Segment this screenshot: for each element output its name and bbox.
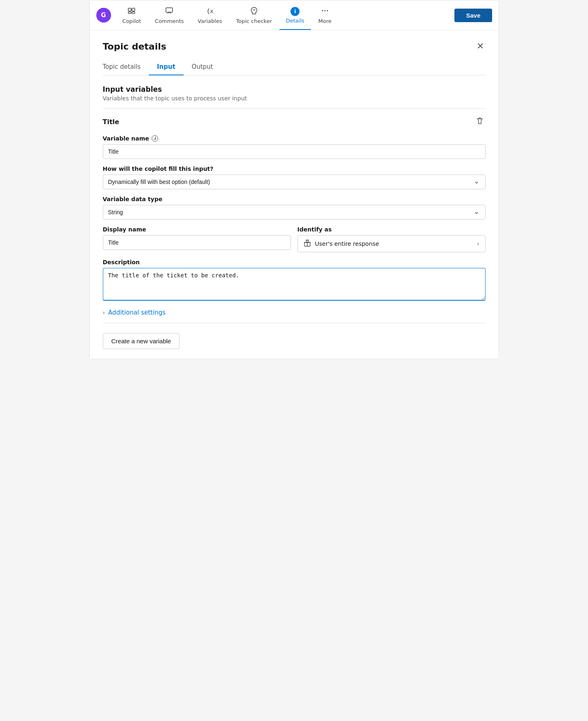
details-icon: i (291, 7, 300, 16)
data-type-select[interactable]: String (103, 205, 486, 220)
display-name-label: Display name (103, 226, 291, 233)
additional-settings-label: Additional settings (108, 309, 166, 316)
nav-items: Copilot Comments {x} V (116, 4, 453, 27)
svg-rect-2 (128, 12, 131, 14)
trash-icon (476, 117, 484, 125)
variable-card-header: Title (103, 115, 486, 129)
tabs: Topic details Input Output (103, 59, 486, 75)
data-type-select-wrapper: String (103, 205, 486, 220)
additional-settings-toggle[interactable]: › Additional settings (103, 309, 486, 316)
data-type-field-group: Variable data type String (103, 196, 486, 220)
comments-icon (165, 6, 174, 16)
fill-select[interactable]: Dynamically fill with best option (defau… (103, 175, 486, 189)
display-name-input[interactable] (103, 235, 291, 250)
variable-name-info-icon: i (152, 135, 158, 142)
nav-item-variables[interactable]: {x} Variables (191, 4, 229, 27)
avatar: G (96, 8, 111, 23)
divider (103, 108, 486, 109)
nav-item-more[interactable]: More (312, 4, 338, 27)
nav-variables-label: Variables (198, 18, 222, 24)
create-variable-label: Create a new variable (111, 338, 171, 345)
section-description: Variables that the topic uses to process… (103, 95, 486, 102)
additional-settings-chevron-icon: › (103, 309, 105, 316)
close-button[interactable]: ✕ (475, 40, 486, 52)
svg-point-7 (322, 10, 323, 11)
svg-rect-1 (132, 8, 135, 11)
svg-text:{x}: {x} (207, 8, 214, 14)
display-identify-row: Display name Identify as (103, 226, 486, 252)
top-nav: G Copilot (90, 0, 499, 30)
section-heading: Input variables (103, 85, 486, 93)
main-panel: Topic details ✕ Topic details Input Outp… (90, 30, 499, 359)
identify-as-label: Identify as (297, 226, 486, 233)
variable-name-field-group: Variable name i (103, 135, 486, 159)
identify-as-value: User's entire response (315, 240, 379, 247)
display-name-field-group: Display name (103, 226, 291, 252)
panel-title: Topic details (103, 41, 166, 52)
svg-rect-3 (132, 12, 135, 14)
description-field-group: Description The title of the ticket to b… (103, 259, 486, 302)
nav-topic-checker-label: Topic checker (236, 18, 272, 24)
nav-item-details[interactable]: i Details (279, 5, 311, 26)
identify-as-icon (304, 239, 311, 248)
nav-item-comments[interactable]: Comments (148, 4, 190, 27)
identify-as-field-group: Identify as User's entire response › (297, 226, 486, 252)
data-type-label: Variable data type (103, 196, 486, 202)
create-variable-button[interactable]: Create a new variable (103, 333, 180, 349)
description-textarea[interactable]: The title of the ticket to be created. (103, 268, 486, 301)
more-icon (320, 6, 329, 16)
topic-checker-icon (250, 6, 259, 16)
save-button[interactable]: Save (454, 9, 492, 22)
variable-name-input[interactable] (103, 144, 486, 159)
description-label: Description (103, 259, 486, 265)
fill-select-wrapper: Dynamically fill with best option (defau… (103, 175, 486, 189)
nav-copilot-label: Copilot (123, 18, 141, 24)
fill-input-label: How will the copilot fill this input? (103, 166, 486, 172)
fill-input-field-group: How will the copilot fill this input? Dy… (103, 166, 486, 189)
tab-topic-details[interactable]: Topic details (103, 59, 149, 75)
nav-item-topic-checker[interactable]: Topic checker (229, 4, 279, 27)
svg-point-8 (324, 10, 325, 11)
variable-name-label: Variable name i (103, 135, 486, 142)
tab-output[interactable]: Output (184, 59, 221, 75)
nav-more-label: More (318, 18, 331, 24)
svg-rect-0 (128, 8, 131, 11)
bottom-divider (103, 323, 486, 323)
details-circle-icon: i (291, 7, 300, 16)
variables-icon: {x} (205, 6, 214, 16)
identify-as-chevron-icon: › (477, 240, 479, 247)
panel-header: Topic details ✕ (103, 40, 486, 52)
nav-details-label: Details (286, 18, 304, 24)
copilot-icon (127, 6, 136, 16)
tab-input[interactable]: Input (149, 59, 184, 75)
variable-card-title: Title (103, 118, 119, 126)
app-container: G Copilot (89, 0, 499, 359)
delete-variable-button[interactable] (474, 115, 486, 129)
nav-comments-label: Comments (155, 18, 184, 24)
identify-as-box[interactable]: User's entire response › (297, 235, 486, 252)
svg-point-9 (327, 10, 328, 11)
variable-card: Title Variable name i How will the copil… (103, 115, 486, 302)
nav-item-copilot[interactable]: Copilot (116, 4, 148, 27)
